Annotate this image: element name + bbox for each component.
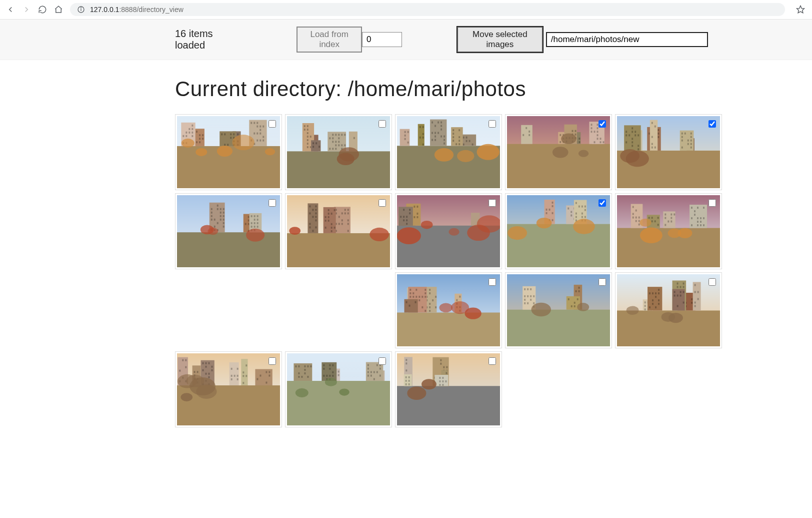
- svg-rect-148: [458, 143, 460, 145]
- thumbnail-select-checkbox[interactable]: [268, 357, 276, 365]
- svg-rect-255: [652, 136, 653, 138]
- svg-rect-310: [211, 215, 212, 217]
- svg-rect-275: [682, 133, 683, 135]
- thumbnail-select-checkbox[interactable]: [708, 120, 716, 128]
- home-icon[interactable]: [54, 5, 63, 14]
- svg-rect-147: [456, 143, 457, 145]
- thumbnail-select-checkbox[interactable]: [488, 120, 496, 128]
- svg-rect-364: [331, 213, 332, 215]
- reload-icon[interactable]: [38, 5, 47, 14]
- svg-rect-257: [652, 147, 653, 149]
- svg-rect-474: [668, 220, 669, 222]
- svg-rect-549: [412, 292, 414, 294]
- svg-rect-469: [664, 213, 666, 215]
- load-index-input[interactable]: [362, 32, 402, 47]
- svg-rect-827: [445, 380, 446, 382]
- svg-rect-198: [597, 134, 598, 136]
- thumbnail-palace-square-pedestrians[interactable]: [175, 193, 282, 269]
- svg-rect-655: [680, 291, 682, 293]
- thumbnail-modern-curved-building[interactable]: [615, 272, 722, 348]
- thumbnail-select-checkbox[interactable]: [598, 199, 606, 207]
- svg-rect-775: [374, 371, 375, 373]
- svg-rect-52: [188, 132, 190, 134]
- thumbnail-opera-house-plaza[interactable]: [615, 114, 722, 190]
- thumbnail-colorful-university-building[interactable]: [175, 351, 282, 427]
- thumbnail-playground-swings-autumn[interactable]: [505, 272, 612, 348]
- svg-rect-448: [576, 216, 577, 218]
- svg-rect-376: [315, 205, 316, 207]
- svg-rect-89: [332, 134, 334, 136]
- load-from-index-button[interactable]: Load from index: [296, 27, 362, 53]
- thumbnail-sunset-airplane-wing[interactable]: [175, 114, 282, 190]
- svg-rect-458: [549, 209, 550, 211]
- thumbnail-select-checkbox[interactable]: [268, 120, 276, 128]
- thumbnail-autumn-lawn-trees[interactable]: [285, 193, 392, 269]
- svg-rect-105: [332, 148, 334, 150]
- thumbnail-select-checkbox[interactable]: [378, 199, 386, 207]
- svg-rect-547: [424, 289, 426, 291]
- thumbnail-select-checkbox[interactable]: [488, 199, 496, 207]
- thumbnail-select-checkbox[interactable]: [708, 278, 716, 286]
- bookmark-star-icon[interactable]: [796, 5, 805, 14]
- svg-rect-377: [312, 209, 314, 211]
- svg-rect-598: [574, 305, 576, 307]
- svg-rect-526: [429, 289, 430, 291]
- svg-rect-577: [578, 290, 580, 292]
- svg-rect-555: [422, 296, 423, 298]
- svg-rect-590: [527, 302, 528, 304]
- svg-rect-621: [652, 292, 654, 294]
- back-icon[interactable]: [6, 5, 15, 14]
- thumbnail-wide-street-traffic[interactable]: [505, 193, 612, 269]
- svg-rect-25: [262, 136, 264, 138]
- svg-rect-535: [435, 306, 436, 308]
- move-selected-button[interactable]: Move selected images: [457, 27, 543, 53]
- svg-rect-178: [578, 141, 580, 143]
- svg-rect-788: [440, 363, 442, 365]
- site-info-icon[interactable]: [77, 6, 85, 14]
- svg-rect-143: [452, 136, 454, 138]
- svg-rect-409: [414, 216, 415, 218]
- thumbnail-select-checkbox[interactable]: [598, 120, 606, 128]
- thumbnail-park-archway-statue[interactable]: [395, 114, 502, 190]
- svg-rect-470: [670, 213, 672, 215]
- thumbnail-select-checkbox[interactable]: [488, 278, 496, 286]
- move-destination-input[interactable]: [546, 32, 708, 47]
- svg-rect-762: [298, 372, 300, 374]
- svg-rect-272: [638, 145, 639, 147]
- forward-icon[interactable]: [22, 5, 31, 14]
- app-toolbar: 16 items loaded Load from index Move sel…: [0, 20, 812, 60]
- svg-rect-150: [432, 122, 433, 124]
- svg-rect-164: [444, 139, 445, 141]
- thumbnail-city-street-modern-facade[interactable]: [285, 114, 392, 190]
- svg-rect-41: [230, 137, 232, 139]
- svg-rect-552: [412, 296, 414, 298]
- svg-rect-774: [370, 371, 372, 373]
- svg-rect-56: [192, 135, 193, 137]
- svg-rect-704: [205, 373, 206, 375]
- svg-rect-151: [438, 122, 439, 124]
- thumbnail-european-street-buildings[interactable]: [505, 114, 612, 190]
- svg-rect-686: [179, 370, 180, 372]
- svg-rect-829: [442, 384, 444, 386]
- thumbnail-select-checkbox[interactable]: [378, 357, 386, 365]
- svg-rect-21: [260, 129, 261, 131]
- thumbnail-select-checkbox[interactable]: [488, 357, 496, 365]
- thumbnail-select-checkbox[interactable]: [268, 199, 276, 207]
- svg-rect-256: [652, 143, 653, 145]
- svg-rect-190: [591, 124, 592, 126]
- svg-rect-19: [260, 126, 261, 128]
- thumbnail-select-checkbox[interactable]: [708, 199, 716, 207]
- svg-rect-39: [230, 133, 232, 135]
- thumbnail-tree-canopy-blue-sky[interactable]: [395, 351, 502, 427]
- svg-point-570: [439, 303, 452, 313]
- thumbnail-select-checkbox[interactable]: [378, 120, 386, 128]
- svg-rect-280: [682, 140, 683, 142]
- address-bar[interactable]: 127.0.0.1:8888/directory_view: [70, 3, 785, 16]
- thumbnail-monument-horse-statues[interactable]: [615, 193, 722, 269]
- svg-rect-130: [420, 137, 421, 139]
- thumbnail-select-checkbox[interactable]: [598, 278, 606, 286]
- thumbnail-greenhouse-palmenhouse[interactable]: [395, 193, 502, 269]
- thumbnail-orange-wall-street[interactable]: [285, 351, 392, 427]
- thumbnail-cargo-bike-leaves[interactable]: [395, 272, 502, 348]
- svg-rect-648: [694, 291, 696, 293]
